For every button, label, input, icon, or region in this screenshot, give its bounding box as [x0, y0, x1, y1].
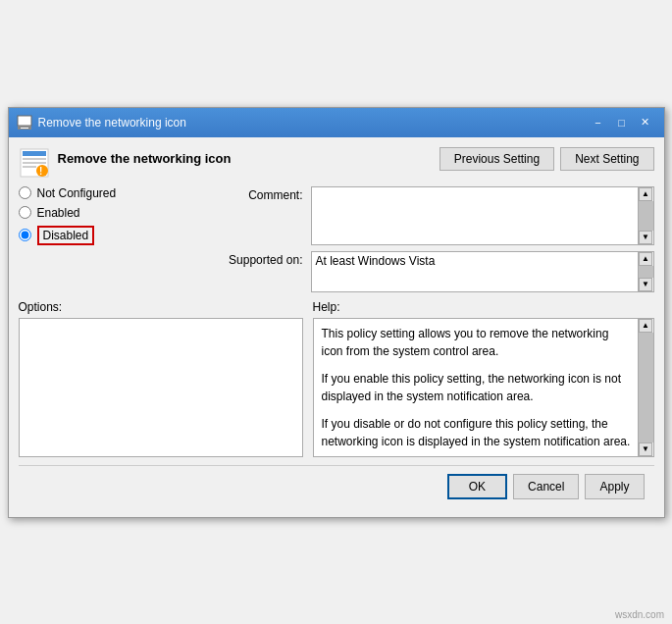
- comment-scrollbar[interactable]: ▲ ▼: [638, 187, 653, 244]
- supported-value: At least Windows Vista: [316, 254, 649, 268]
- radio-not-configured[interactable]: Not Configured: [19, 186, 215, 200]
- title-buttons: − □ ✕: [588, 113, 656, 132]
- help-box: This policy setting allows you to remove…: [313, 318, 654, 457]
- radio-not-configured-input[interactable]: [19, 186, 31, 199]
- policy-title: Remove the networking icon: [58, 147, 439, 166]
- svg-rect-5: [23, 158, 46, 160]
- right-panel: Comment: ▲ ▼ Supported on: At least: [225, 186, 654, 292]
- help-paragraph-1: This policy setting allows you to remove…: [322, 325, 634, 360]
- radio-not-configured-label: Not Configured: [37, 186, 117, 200]
- ok-button[interactable]: OK: [447, 474, 507, 499]
- next-setting-button[interactable]: Next Setting: [560, 147, 653, 171]
- svg-rect-4: [23, 151, 46, 156]
- supported-scroll-thumb[interactable]: [639, 266, 653, 278]
- footer: OK Cancel Apply: [19, 465, 654, 507]
- options-panel: Options:: [19, 300, 303, 457]
- main-area: Not Configured Enabled Disabled Comm: [19, 186, 654, 292]
- minimize-button[interactable]: −: [588, 113, 609, 132]
- radio-disabled-input[interactable]: [19, 229, 31, 241]
- close-button[interactable]: ✕: [635, 113, 656, 132]
- radio-enabled-input[interactable]: [19, 206, 31, 219]
- radio-enabled-label: Enabled: [37, 206, 80, 220]
- comment-scroll-up[interactable]: ▲: [639, 187, 652, 201]
- options-box: [19, 318, 303, 457]
- policy-icon: !: [19, 147, 50, 179]
- svg-rect-0: [18, 116, 31, 126]
- comment-scroll-thumb[interactable]: [639, 201, 653, 231]
- supported-scroll-up[interactable]: ▲: [639, 252, 652, 266]
- comment-box: ▲ ▼: [311, 186, 654, 245]
- supported-row: Supported on: At least Windows Vista ▲ ▼: [225, 251, 654, 292]
- radio-group: Not Configured Enabled Disabled: [19, 186, 215, 245]
- maximize-button[interactable]: □: [611, 113, 633, 132]
- watermark: wsxdn.com: [615, 609, 664, 620]
- help-scroll-down[interactable]: ▼: [639, 442, 652, 456]
- radio-disabled[interactable]: Disabled: [19, 226, 215, 245]
- top-section: ! Remove the networking icon Previous Se…: [19, 147, 654, 179]
- help-paragraph-3: If you disable or do not configure this …: [322, 415, 634, 450]
- help-content: This policy setting allows you to remove…: [314, 319, 653, 456]
- comment-row: Comment: ▲ ▼: [225, 186, 654, 245]
- policy-title-container: Remove the networking icon: [58, 147, 439, 166]
- radio-enabled[interactable]: Enabled: [19, 206, 215, 220]
- help-label: Help:: [313, 300, 654, 314]
- window-icon: [17, 115, 32, 130]
- radio-disabled-label: Disabled: [37, 226, 95, 245]
- main-window: Remove the networking icon − □ ✕ ! Remov…: [8, 107, 665, 518]
- supported-box: At least Windows Vista ▲ ▼: [311, 251, 654, 292]
- svg-rect-7: [23, 166, 36, 168]
- svg-rect-6: [23, 162, 46, 164]
- help-scroll-up[interactable]: ▲: [639, 319, 652, 333]
- left-panel: Not Configured Enabled Disabled: [19, 186, 215, 292]
- svg-text:!: !: [39, 166, 42, 177]
- previous-setting-button[interactable]: Previous Setting: [439, 147, 554, 171]
- supported-scrollbar[interactable]: ▲ ▼: [638, 252, 653, 291]
- help-scroll-thumb[interactable]: [639, 333, 653, 442]
- bottom-section: Options: Help: This policy setting allow…: [19, 300, 654, 457]
- help-panel: Help: This policy setting allows you to …: [313, 300, 654, 457]
- top-buttons: Previous Setting Next Setting: [439, 147, 654, 171]
- comment-label: Comment:: [225, 186, 303, 202]
- title-bar-left: Remove the networking icon: [17, 115, 186, 130]
- cancel-button[interactable]: Cancel: [513, 474, 579, 499]
- window-title: Remove the networking icon: [38, 116, 186, 130]
- help-scrollbar[interactable]: ▲ ▼: [638, 319, 653, 456]
- apply-button[interactable]: Apply: [585, 474, 644, 499]
- title-bar: Remove the networking icon − □ ✕: [9, 108, 664, 137]
- svg-rect-2: [21, 128, 28, 129]
- comment-scroll-down[interactable]: ▼: [639, 231, 652, 244]
- supported-scroll-down[interactable]: ▼: [639, 278, 652, 291]
- options-label: Options:: [19, 300, 303, 314]
- supported-label: Supported on:: [225, 251, 303, 267]
- help-paragraph-2: If you enable this policy setting, the n…: [322, 370, 634, 405]
- content-area: ! Remove the networking icon Previous Se…: [9, 137, 664, 517]
- comment-textarea[interactable]: [312, 187, 638, 244]
